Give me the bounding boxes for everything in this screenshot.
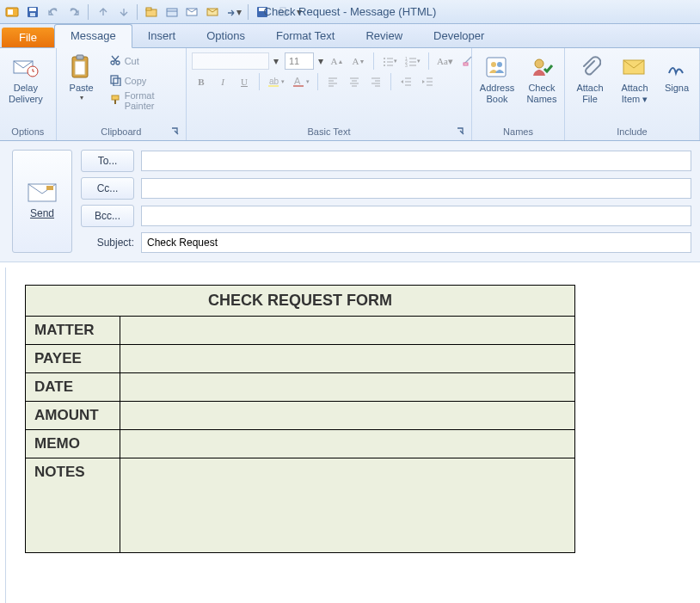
paperclip-icon bbox=[576, 53, 604, 81]
shrink-font-icon[interactable]: A▼ bbox=[349, 52, 368, 71]
underline-button[interactable]: U bbox=[235, 72, 254, 91]
svg-rect-41 bbox=[46, 186, 53, 190]
ribbon-tabs: File Message Insert Options Format Text … bbox=[0, 24, 700, 48]
svg-rect-18 bbox=[75, 61, 85, 75]
paste-button[interactable]: Paste ▾ bbox=[62, 52, 101, 104]
font-size-select[interactable]: 11 bbox=[285, 52, 314, 70]
form-row-value[interactable] bbox=[120, 402, 575, 430]
to-field[interactable] bbox=[141, 151, 691, 171]
change-case-icon[interactable]: Aa▾ bbox=[434, 52, 456, 71]
tab-options[interactable]: Options bbox=[191, 25, 261, 47]
format-painter-button[interactable]: Format Painter bbox=[107, 91, 181, 110]
attach-item-button[interactable]: Attach Item ▾ bbox=[615, 52, 654, 107]
send-icon bbox=[28, 183, 57, 202]
svg-rect-17 bbox=[77, 55, 83, 59]
numbering-icon[interactable]: 123▾ bbox=[402, 52, 423, 71]
save-icon[interactable] bbox=[24, 3, 41, 21]
tab-message[interactable]: Message bbox=[54, 24, 132, 48]
send-button[interactable]: Send bbox=[12, 150, 72, 253]
tab-review[interactable]: Review bbox=[350, 25, 418, 47]
svg-text:A: A bbox=[294, 76, 301, 86]
bold-button[interactable]: B bbox=[192, 72, 211, 91]
increase-indent-icon[interactable] bbox=[418, 72, 437, 91]
forward-icon[interactable]: ▾ bbox=[225, 3, 243, 21]
form-title: CHECK REQUEST FORM bbox=[26, 286, 575, 317]
check-request-form: CHECK REQUEST FORM MATTERPAYEEDATEAMOUNT… bbox=[25, 285, 575, 553]
table-row: MEMO bbox=[26, 430, 575, 458]
cc-button[interactable]: Cc... bbox=[81, 177, 134, 200]
window-title: Check Request - Message (HTML) bbox=[264, 5, 437, 18]
clipboard-launcher-icon[interactable] bbox=[170, 126, 181, 137]
signature-button[interactable]: Signa bbox=[660, 52, 694, 95]
form-row-value[interactable] bbox=[120, 458, 575, 553]
font-family-select[interactable] bbox=[192, 52, 269, 70]
scissors-icon bbox=[109, 54, 121, 68]
replyall-icon[interactable] bbox=[205, 3, 222, 21]
copy-button[interactable]: Copy bbox=[107, 71, 181, 90]
svg-point-25 bbox=[384, 61, 385, 63]
group-label-basic-text: Basic Text bbox=[308, 126, 351, 137]
svg-rect-34 bbox=[293, 85, 304, 87]
undo-icon[interactable] bbox=[45, 3, 62, 21]
align-right-icon[interactable] bbox=[366, 72, 385, 91]
subject-label: Subject: bbox=[81, 237, 134, 249]
to-button[interactable]: To... bbox=[81, 150, 134, 172]
tab-insert[interactable]: Insert bbox=[132, 25, 192, 47]
svg-rect-32 bbox=[268, 85, 279, 87]
quick-access-toolbar: ▾ ▾ bbox=[3, 3, 304, 21]
table-row: AMOUNT bbox=[26, 402, 575, 430]
highlight-icon[interactable]: ab▾ bbox=[265, 72, 287, 91]
font-color-icon[interactable]: A▾ bbox=[290, 72, 312, 91]
attach-file-button[interactable]: Attach File bbox=[570, 52, 610, 107]
cut-label: Cut bbox=[125, 56, 139, 66]
tab-file[interactable]: File bbox=[2, 28, 54, 47]
address-book-button[interactable]: Address Book bbox=[477, 52, 517, 107]
compose-header: Send To... Cc... Bcc... Subject: bbox=[0, 141, 700, 262]
form-row-label: AMOUNT bbox=[26, 402, 120, 430]
redo-icon[interactable] bbox=[65, 3, 83, 21]
message-body[interactable]: CHECK REQUEST FORM MATTERPAYEEDATEAMOUNT… bbox=[5, 268, 700, 603]
signature-icon bbox=[663, 53, 691, 81]
copy-label: Copy bbox=[125, 76, 147, 86]
delay-delivery-icon bbox=[12, 53, 40, 81]
form-row-value[interactable] bbox=[120, 373, 575, 402]
outlook-icon[interactable] bbox=[3, 3, 21, 21]
svg-rect-22 bbox=[114, 78, 120, 86]
attach-item-icon bbox=[621, 53, 648, 81]
next-item-icon[interactable] bbox=[114, 3, 132, 21]
address-book-icon bbox=[483, 53, 511, 81]
grow-font-icon[interactable]: A▲ bbox=[328, 52, 347, 71]
bcc-button[interactable]: Bcc... bbox=[81, 205, 134, 227]
svg-rect-35 bbox=[487, 58, 506, 77]
reply-icon[interactable] bbox=[184, 3, 201, 21]
form-row-value[interactable] bbox=[120, 345, 575, 373]
align-left-icon[interactable] bbox=[323, 72, 342, 91]
chevron-down-icon[interactable]: ▾ bbox=[316, 55, 325, 67]
group-label-include: Include bbox=[570, 125, 694, 138]
chevron-down-icon: ▾ bbox=[80, 94, 83, 102]
tab-developer[interactable]: Developer bbox=[418, 25, 500, 47]
tab-format-text[interactable]: Format Text bbox=[261, 25, 350, 47]
prev-item-icon[interactable] bbox=[94, 3, 111, 21]
table-row: NOTES bbox=[26, 458, 575, 553]
bullets-icon[interactable]: ▾ bbox=[379, 52, 400, 71]
svg-rect-4 bbox=[30, 13, 35, 16]
form-row-value[interactable] bbox=[120, 317, 575, 345]
copy-icon bbox=[109, 74, 121, 88]
basic-text-launcher-icon[interactable] bbox=[456, 126, 466, 137]
subject-field[interactable] bbox=[141, 232, 691, 253]
italic-button[interactable]: I bbox=[213, 72, 232, 91]
cut-button[interactable]: Cut bbox=[107, 52, 181, 71]
form-row-value[interactable] bbox=[120, 430, 575, 458]
check-names-button[interactable]: Check Names bbox=[522, 52, 562, 107]
delay-delivery-button[interactable]: Delay Delivery bbox=[5, 52, 46, 107]
bcc-field[interactable] bbox=[141, 206, 691, 226]
chevron-down-icon[interactable]: ▾ bbox=[272, 55, 280, 67]
move-icon[interactable] bbox=[143, 3, 160, 21]
align-center-icon[interactable] bbox=[345, 72, 364, 91]
archive-icon[interactable] bbox=[163, 3, 181, 21]
ribbon: Delay Delivery Options Paste ▾ Cut bbox=[0, 48, 700, 141]
signature-label: Signa bbox=[665, 83, 689, 94]
decrease-indent-icon[interactable] bbox=[396, 72, 415, 91]
cc-field[interactable] bbox=[141, 178, 691, 199]
